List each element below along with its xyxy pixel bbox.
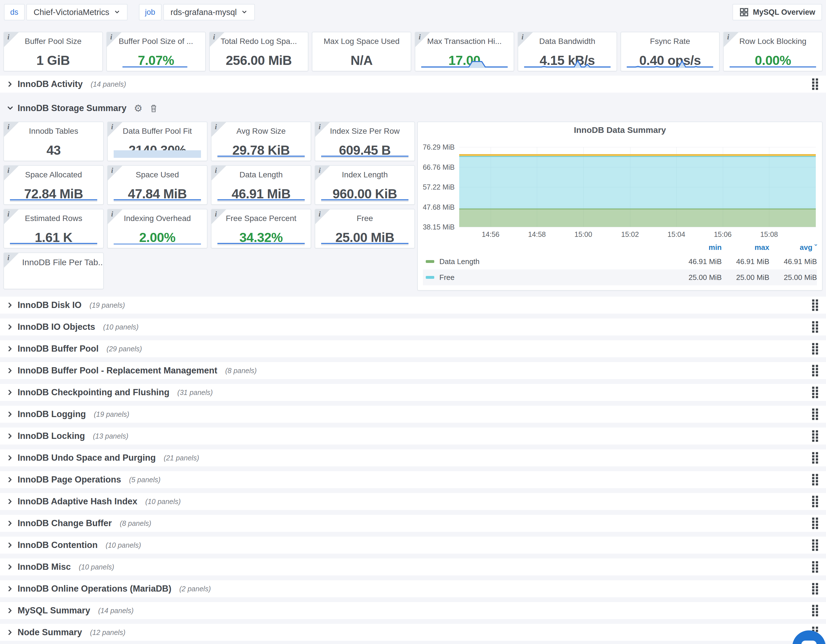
- panel-title[interactable]: Estimated Rows: [4, 214, 103, 223]
- panel-title[interactable]: Total Redo Log Spa...: [210, 37, 308, 46]
- drag-handle-icon[interactable]: [812, 496, 818, 508]
- drag-handle-icon[interactable]: [812, 539, 818, 551]
- panel-title[interactable]: Row Lock Blocking: [724, 37, 822, 46]
- innodb-storage-summary-section: i Innodb Tables 43 i Data Buffer Pool Fi…: [3, 122, 823, 291]
- sparkline: [524, 57, 610, 68]
- stat-panel-row-lock-blocking: i Row Lock Blocking 0.00%: [723, 32, 823, 71]
- top-stats-row: i Buffer Pool Size 1 GiB i Buffer Pool S…: [0, 32, 826, 71]
- stat-panel-max-log-space-used: Max Log Space Used N/A: [312, 32, 411, 71]
- sparkline: [421, 57, 508, 68]
- legend-row-index-length: Index Length 960.00 KiB 960.00 KiB 960.0…: [423, 285, 817, 291]
- row-delete-trash-icon[interactable]: [150, 104, 157, 113]
- drag-handle-icon[interactable]: [812, 430, 818, 442]
- panel-title[interactable]: InnoDB File Per Tab...: [4, 257, 103, 267]
- stat-panel-space-used: i Space Used 47.84 MiB: [107, 165, 208, 205]
- stat-panel-data-bandwidth: i Data Bandwidth 4.15 kB/s: [518, 32, 617, 71]
- row-panel-count: (21 panels): [163, 454, 199, 462]
- row-toggle-innodb-buffer-pool-replacement[interactable]: InnoDB Buffer Pool - Replacement Managem…: [0, 362, 826, 379]
- panel-title[interactable]: Avg Row Size: [211, 127, 311, 136]
- panel-title[interactable]: Index Size Per Row: [315, 127, 415, 136]
- stat-panel-space-allocated: i Space Allocated 72.84 MiB: [3, 165, 104, 205]
- row-toggle-innodb-misc[interactable]: InnoDB Misc (10 panels): [0, 559, 826, 576]
- row-toggle-innodb-io-objects[interactable]: InnoDB IO Objects (10 panels): [0, 319, 826, 336]
- panel-title[interactable]: Space Used: [108, 170, 207, 180]
- drag-handle-icon[interactable]: [812, 605, 818, 616]
- row-toggle-innodb-disk-io[interactable]: InnoDB Disk IO (19 panels): [0, 297, 826, 314]
- row-toggle-innodb-change-buffer[interactable]: InnoDB Change Buffer (8 panels): [0, 515, 826, 532]
- legend-series-toggle[interactable]: Data Length: [426, 257, 674, 266]
- legend-avg-value: 960.00 KiB: [769, 289, 817, 291]
- row-toggle-innodb-contention[interactable]: InnoDB Contention (10 panels): [0, 537, 826, 554]
- sparkline: [217, 191, 305, 201]
- drag-handle-icon[interactable]: [812, 343, 818, 355]
- row-toggle-mysql-summary[interactable]: MySQL Summary (14 panels): [0, 602, 826, 619]
- row-toggle-innodb-logging[interactable]: InnoDB Logging (19 panels): [0, 406, 826, 423]
- x-axis-tick: 15:02: [621, 230, 639, 238]
- panel-title[interactable]: Max Log Space Used: [312, 37, 411, 46]
- row-toggle-innodb-checkpointing-flushing[interactable]: InnoDB Checkpointing and Flushing (31 pa…: [0, 384, 826, 401]
- chevron-right-icon: [7, 81, 13, 87]
- stat-panel-index-size-per-row: i Index Size Per Row 609.45 B: [315, 122, 415, 161]
- row-toggle-innodb-storage-summary[interactable]: InnoDB Storage Summary ⚙: [0, 100, 826, 117]
- drag-handle-icon[interactable]: [812, 474, 818, 486]
- legend-sort-min[interactable]: min: [674, 243, 722, 252]
- row-panel-count: (2 panels): [179, 585, 211, 593]
- legend-series-toggle[interactable]: Free: [426, 273, 674, 282]
- row-toggle-node-summary[interactable]: Node Summary (12 panels): [0, 624, 826, 641]
- job-variable-label: job: [139, 4, 161, 20]
- panel-title[interactable]: Indexing Overhead: [108, 214, 207, 223]
- row-panel-count: (14 panels): [98, 607, 134, 615]
- panel-title[interactable]: Data Length: [211, 170, 311, 180]
- drag-handle-icon[interactable]: [812, 387, 818, 398]
- chart-plot-area[interactable]: 76.29 MiB 66.76 MiB 57.22 MiB 47.68 MiB …: [459, 147, 816, 227]
- panel-title[interactable]: Free: [315, 214, 415, 223]
- chevron-right-icon: [7, 412, 13, 417]
- datasource-variable-label: ds: [4, 4, 25, 20]
- panel-title[interactable]: Innodb Tables: [4, 127, 103, 136]
- stat-panel-max-transaction-history: i Max Transaction Hi... 17.00: [415, 32, 514, 71]
- row-toggle-innodb-page-operations[interactable]: InnoDB Page Operations (5 panels): [0, 471, 826, 488]
- panel-title[interactable]: Buffer Pool Size: [4, 37, 102, 46]
- drag-handle-icon[interactable]: [812, 365, 818, 376]
- row-toggle-innodb-adaptive-hash-index[interactable]: InnoDB Adaptive Hash Index (10 panels): [0, 493, 826, 510]
- panel-title[interactable]: Buffer Pool Size of ...: [107, 37, 205, 46]
- row-title: InnoDB Adaptive Hash Index: [17, 496, 138, 506]
- row-title: InnoDB Undo Space and Purging: [17, 453, 155, 463]
- datasource-select[interactable]: Chief-VictoriaMetrics: [26, 4, 127, 20]
- dashboard-submenu: ds Chief-VictoriaMetrics job rds-grafana…: [0, 0, 826, 32]
- drag-handle-icon[interactable]: [812, 409, 818, 420]
- legend-sort-max[interactable]: max: [722, 243, 769, 252]
- legend-series-toggle[interactable]: Index Length: [426, 289, 674, 291]
- panel-title[interactable]: Data Buffer Pool Fit: [108, 127, 207, 136]
- dashboard-page: ds Chief-VictoriaMetrics job rds-grafana…: [0, 0, 826, 644]
- row-title: InnoDB Storage Summary: [17, 103, 126, 113]
- drag-handle-icon[interactable]: [812, 79, 818, 90]
- chevron-right-icon: [7, 455, 13, 461]
- panel-title[interactable]: Data Bandwidth: [518, 37, 616, 46]
- job-select[interactable]: rds-grafana-mysql: [163, 4, 255, 20]
- row-toggle-innodb-online-operations-mariadb[interactable]: InnoDB Online Operations (MariaDB) (2 pa…: [0, 580, 826, 597]
- row-panel-count: (31 panels): [177, 389, 213, 397]
- apps-grid-icon: [739, 7, 749, 17]
- drag-handle-icon[interactable]: [812, 321, 818, 333]
- row-toggle-innodb-activity[interactable]: InnoDB Activity (14 panels): [0, 76, 826, 93]
- drag-handle-icon[interactable]: [812, 452, 818, 464]
- panel-title[interactable]: Free Space Percent: [211, 214, 311, 223]
- drag-handle-icon[interactable]: [812, 583, 818, 595]
- drag-handle-icon[interactable]: [812, 299, 818, 311]
- row-toggle-innodb-buffer-pool[interactable]: InnoDB Buffer Pool (29 panels): [0, 340, 826, 357]
- stat-panel-total-redo-log-space: i Total Redo Log Spa... 256.00 MiB: [209, 32, 309, 71]
- dashboard-switch-button[interactable]: MySQL Overview: [733, 4, 822, 20]
- drag-handle-icon[interactable]: [812, 518, 818, 529]
- row-toggle-innodb-undo-space-purging[interactable]: InnoDB Undo Space and Purging (21 panels…: [0, 449, 826, 466]
- stat-value: 1 GiB: [4, 53, 102, 68]
- row-toggle-innodb-locking[interactable]: InnoDB Locking (13 panels): [0, 427, 826, 444]
- panel-title[interactable]: Index Length: [315, 170, 415, 180]
- chevron-right-icon: [7, 498, 13, 504]
- panel-title[interactable]: Fsync Rate: [621, 37, 719, 46]
- drag-handle-icon[interactable]: [812, 561, 818, 573]
- panel-title[interactable]: Space Allocated: [4, 170, 103, 180]
- panel-title[interactable]: InnoDB Data Summary: [423, 124, 817, 136]
- panel-title[interactable]: Max Transaction Hi...: [415, 37, 514, 46]
- legend-sort-avg[interactable]: avg ˇ: [769, 243, 817, 252]
